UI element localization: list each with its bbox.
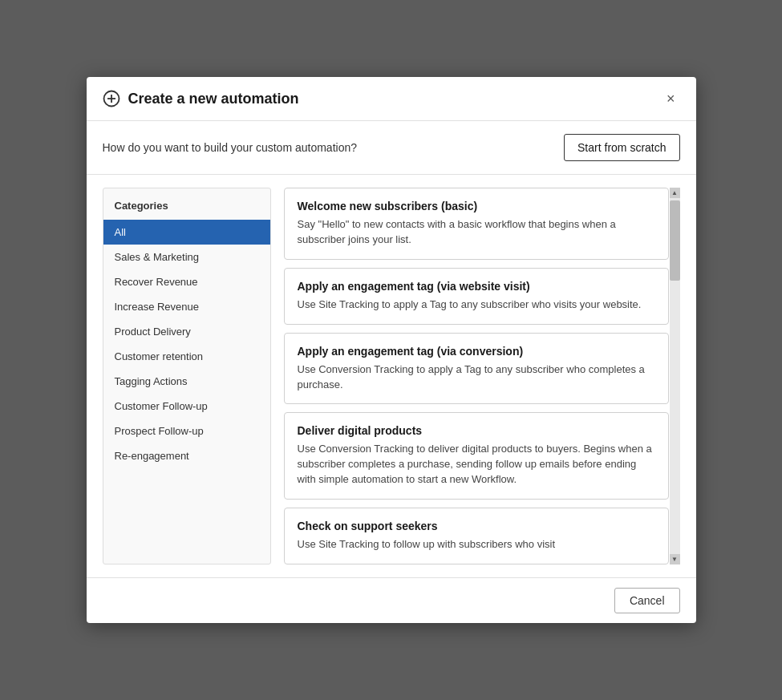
create-automation-modal: Create a new automation × How do you wan… xyxy=(87,77,696,623)
scrollbar-thumb[interactable] xyxy=(670,200,680,281)
modal-subheader: How do you want to build your custom aut… xyxy=(87,121,696,175)
close-button[interactable]: × xyxy=(662,90,680,107)
category-item-tagging-actions[interactable]: Tagging Actions xyxy=(103,369,270,394)
template-card-engagement-website[interactable]: Apply an engagement tag (via website vis… xyxy=(284,268,669,325)
scroll-up-button[interactable]: ▲ xyxy=(670,188,680,198)
templates-panel: Welcome new subscribers (basic) Say "Hel… xyxy=(284,188,680,564)
template-card-deliver-digital[interactable]: Deliver digital products Use Conversion … xyxy=(284,412,669,500)
scrollbar-track: ▲ ▼ xyxy=(670,188,680,564)
categories-panel: Categories All Sales & Marketing Recover… xyxy=(103,188,271,564)
modal-title: Create a new automation xyxy=(128,91,662,107)
scroll-down-button[interactable]: ▼ xyxy=(670,554,680,564)
modal-header: Create a new automation × xyxy=(87,77,696,121)
template-desc-engagement-conversion: Use Conversion Tracking to apply a Tag t… xyxy=(298,362,655,393)
modal-subtitle: How do you want to build your custom aut… xyxy=(103,141,358,154)
category-item-sales-marketing[interactable]: Sales & Marketing xyxy=(103,245,270,269)
modal-footer: Cancel xyxy=(87,577,696,623)
template-desc-deliver-digital: Use Conversion Tracking to deliver digit… xyxy=(298,442,655,488)
category-item-customer-followup[interactable]: Customer Follow-up xyxy=(103,394,270,419)
template-title-deliver-digital: Deliver digital products xyxy=(298,424,655,437)
category-item-all[interactable]: All xyxy=(103,220,270,245)
template-desc-welcome: Say "Hello" to new contacts with a basic… xyxy=(298,217,655,248)
cancel-button[interactable]: Cancel xyxy=(614,588,680,613)
template-desc-engagement-website: Use Site Tracking to apply a Tag to any … xyxy=(298,297,655,313)
template-card-welcome[interactable]: Welcome new subscribers (basic) Say "Hel… xyxy=(284,188,669,260)
category-item-customer-retention[interactable]: Customer retention xyxy=(103,344,270,369)
template-title-engagement-website: Apply an engagement tag (via website vis… xyxy=(298,280,655,293)
start-from-scratch-button[interactable]: Start from scratch xyxy=(564,134,679,161)
category-item-re-engagement[interactable]: Re-engagement xyxy=(103,443,270,468)
category-item-product-delivery[interactable]: Product Delivery xyxy=(103,319,270,344)
template-card-support-seekers[interactable]: Check on support seekers Use Site Tracki… xyxy=(284,508,669,564)
template-title-engagement-conversion: Apply an engagement tag (via conversion) xyxy=(298,345,655,358)
categories-heading: Categories xyxy=(103,196,270,220)
modal-body: Categories All Sales & Marketing Recover… xyxy=(87,175,696,577)
plus-circle-icon xyxy=(103,90,120,107)
template-card-engagement-conversion[interactable]: Apply an engagement tag (via conversion)… xyxy=(284,333,669,405)
category-item-recover-revenue[interactable]: Recover Revenue xyxy=(103,269,270,294)
template-desc-support-seekers: Use Site Tracking to follow up with subs… xyxy=(298,537,655,552)
template-title-welcome: Welcome new subscribers (basic) xyxy=(298,200,655,212)
category-item-prospect-followup[interactable]: Prospect Follow-up xyxy=(103,419,270,443)
template-title-support-seekers: Check on support seekers xyxy=(298,520,655,532)
category-item-increase-revenue[interactable]: Increase Revenue xyxy=(103,294,270,319)
